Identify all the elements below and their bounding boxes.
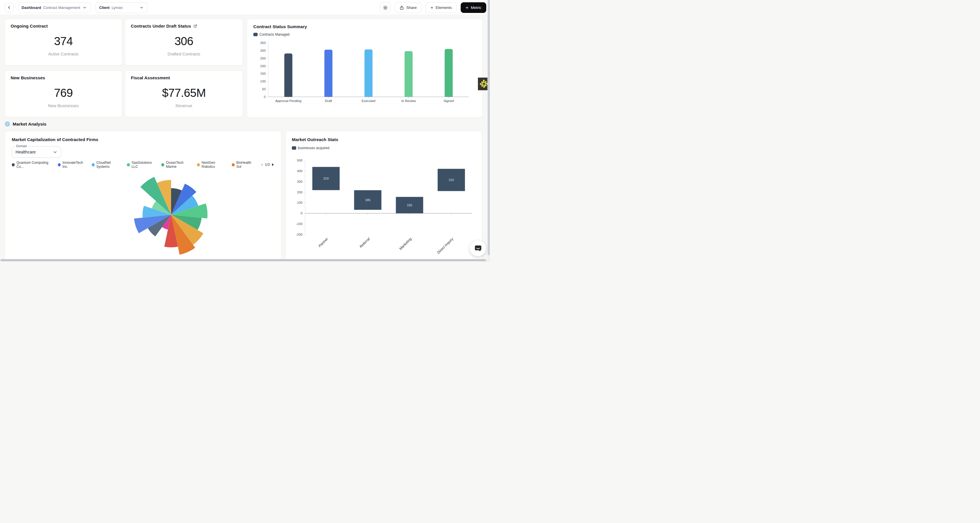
- contract-status-summary-card: Contract Status Summary Contracts Manage…: [247, 19, 483, 118]
- legend-item[interactable]: Quantum Computing Co...: [12, 161, 54, 169]
- legend-label: CloudNet Systems: [96, 161, 123, 169]
- legend-swatch: [232, 163, 235, 166]
- kpi-card-fiscal-assessment: Fiscal Assessment $77.65M Revenue: [125, 70, 243, 117]
- chat-launcher-button[interactable]: [470, 240, 486, 256]
- share-button[interactable]: Share: [395, 2, 422, 13]
- kpi-card-new-businesses: New Businesses 769 New Businesses: [5, 70, 122, 117]
- chevron-left-icon: [7, 5, 11, 10]
- svg-text:Referral: Referral: [359, 236, 371, 249]
- svg-text:100: 100: [297, 201, 302, 204]
- kpi-value: 306: [131, 35, 237, 48]
- client-select-label: Client: [99, 5, 110, 10]
- legend-item[interactable]: businesses acquired: [292, 146, 329, 150]
- svg-text:Draft: Draft: [325, 99, 332, 103]
- svg-text:-200: -200: [296, 233, 302, 236]
- domain-select-value: Healthcare: [16, 150, 36, 154]
- legend-label: InnovateTech Inc.: [62, 161, 88, 169]
- svg-text:200: 200: [297, 190, 302, 194]
- market-cap-rose-chart: [5, 169, 268, 262]
- horizontal-scrollbar-thumb[interactable]: [1, 259, 486, 261]
- market-outreach-card: Market Outreach Stats businesses acquire…: [285, 131, 482, 262]
- chart-title: Contract Status Summary: [253, 24, 476, 29]
- domain-select-floating-label: Domain: [15, 144, 29, 148]
- svg-text:-100: -100: [296, 222, 302, 225]
- legend-label: businesses acquired: [298, 146, 329, 150]
- settings-button[interactable]: [380, 2, 390, 13]
- kpi-label: New Businesses: [11, 103, 116, 108]
- svg-text:250: 250: [260, 57, 266, 60]
- chevron-down-icon: [83, 5, 87, 10]
- svg-text:Direct Inquiry: Direct Inquiry: [436, 237, 454, 255]
- legend-label: NextGen Robotics: [202, 161, 228, 169]
- legend-swatch: [58, 163, 60, 166]
- svg-text:0: 0: [301, 211, 302, 215]
- horizontal-scrollbar: [0, 259, 490, 262]
- vertical-scrollbar: [487, 0, 490, 262]
- svg-text:219: 219: [323, 177, 328, 180]
- svg-text:50: 50: [262, 87, 266, 91]
- svg-text:400: 400: [297, 169, 302, 173]
- kpi-value: $77.65M: [131, 87, 237, 100]
- topbar: Dashboard Contract Management Client Lym…: [0, 0, 490, 15]
- external-link-icon[interactable]: [193, 24, 197, 28]
- svg-text:200: 200: [260, 64, 266, 68]
- legend-item[interactable]: BioHealth Sol: [232, 161, 256, 169]
- contract-status-bar-chart: 050100150200250300350Approval PendingDra…: [253, 37, 477, 109]
- chart-title: Market Capitalization of Contracted Firm…: [12, 137, 274, 142]
- kpi-value: 769: [11, 87, 116, 100]
- market-capitalization-card: Market Capitalization of Contracted Firm…: [5, 131, 282, 262]
- legend-swatch: [253, 33, 258, 36]
- legend-swatch: [92, 163, 95, 166]
- kpi-label: Active Contracts: [11, 52, 116, 56]
- chart-legend: businesses acquired: [292, 146, 476, 150]
- legend-swatch: [127, 163, 130, 166]
- kpi-title: Ongoing Contract: [11, 24, 48, 29]
- client-select[interactable]: Client Lyman: [95, 2, 148, 13]
- legend-pager: 1/3: [260, 163, 274, 167]
- svg-text:350: 350: [260, 41, 266, 44]
- legend-next-icon[interactable]: [272, 163, 274, 166]
- elements-button-label: Elements: [436, 5, 452, 10]
- add-metric-button[interactable]: + Metric: [461, 2, 486, 13]
- legend-swatch: [161, 163, 164, 166]
- svg-text:150: 150: [260, 72, 266, 75]
- client-select-value: Lyman: [111, 5, 123, 10]
- vertical-scrollbar-thumb[interactable]: [488, 0, 490, 255]
- legend-label: Contracts Managed: [259, 32, 290, 36]
- domain-select[interactable]: Domain Healthcare: [12, 146, 61, 158]
- legend-item[interactable]: Contracts Managed: [253, 32, 290, 36]
- metric-button-label: Metric: [471, 5, 481, 10]
- legend-item[interactable]: NextGen Robotics: [197, 161, 228, 169]
- svg-text:Executed: Executed: [362, 99, 375, 103]
- kpi-label: Drafted Contracts: [131, 52, 237, 56]
- legend-swatch: [12, 163, 15, 166]
- dashboard-select[interactable]: Dashboard Contract Management: [18, 2, 91, 13]
- chart-legend: Contracts Managed: [253, 32, 476, 36]
- svg-text:Signed: Signed: [444, 99, 454, 103]
- svg-text:Marketing: Marketing: [399, 237, 413, 251]
- legend-swatch: [197, 163, 200, 166]
- svg-text:In Review: In Review: [401, 99, 416, 103]
- legend-label: OceanTech Marine: [166, 161, 193, 169]
- add-elements-button[interactable]: + Elements: [426, 2, 457, 13]
- legend-page-indicator: 1/3: [265, 163, 270, 167]
- share-icon: [399, 5, 404, 10]
- market-analysis-section-header: Market Analysis: [5, 121, 46, 127]
- svg-text:300: 300: [260, 49, 266, 52]
- gear-icon: [383, 5, 388, 10]
- pie-legend-row: Quantum Computing Co...InnovateTech Inc.…: [12, 161, 274, 169]
- legend-item[interactable]: InnovateTech Inc.: [58, 161, 88, 169]
- legend-item[interactable]: OceanTech Marine: [161, 161, 193, 169]
- svg-text:155: 155: [407, 203, 412, 207]
- legend-label: BioHealth Sol: [236, 161, 256, 169]
- legend-label: SaaSolutions LLC: [132, 161, 157, 169]
- back-button[interactable]: [5, 3, 14, 12]
- legend-prev-icon[interactable]: [260, 163, 263, 166]
- market-outreach-bar-chart: -200-1000100200300400500219Partner185Ref…: [292, 158, 476, 262]
- kpi-card-contracts-under-draft: Contracts Under Draft Status 306 Drafted…: [125, 19, 243, 65]
- svg-text:500: 500: [297, 158, 302, 162]
- svg-text:Partner: Partner: [318, 237, 329, 248]
- legend-item[interactable]: CloudNet Systems: [92, 161, 123, 169]
- legend-label: Quantum Computing Co...: [16, 161, 54, 169]
- legend-item[interactable]: SaaSolutions LLC: [127, 161, 157, 169]
